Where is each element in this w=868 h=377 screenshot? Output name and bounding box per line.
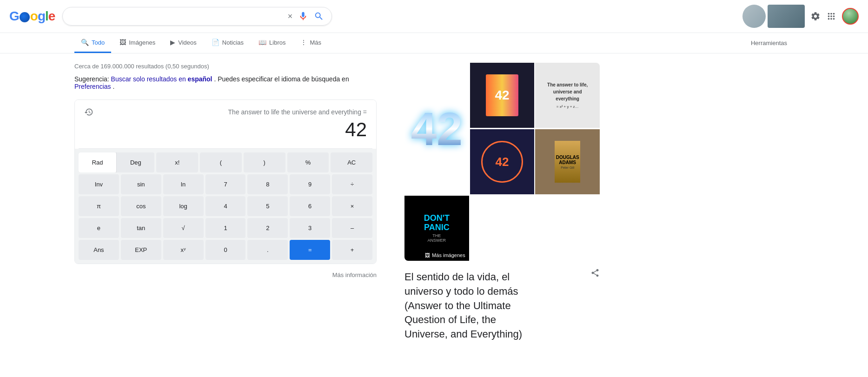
more-info[interactable]: Más información <box>74 271 377 278</box>
equals-button[interactable]: = <box>290 240 330 260</box>
ans-button[interactable]: Ans <box>79 240 119 260</box>
apps-button[interactable] <box>826 11 836 21</box>
suggestion-bold-link[interactable]: español <box>188 75 212 83</box>
nav-imagenes[interactable]: 🖼 Imágenes <box>113 33 162 53</box>
one-button[interactable]: 1 <box>205 218 246 238</box>
seven-button[interactable]: 7 <box>205 174 246 194</box>
left-column: Cerca de 169.000.000 resultados (0,50 se… <box>74 63 377 342</box>
divide-button[interactable]: ÷ <box>332 174 372 194</box>
knowledge-title-row: El sentido de la vida, el universo y tod… <box>404 266 600 342</box>
subtract-button[interactable]: – <box>332 218 372 238</box>
nav-libros[interactable]: 📖 Libros <box>252 33 292 53</box>
rad-deg-group: Rad Deg <box>79 152 154 172</box>
noticias-icon: 📄 <box>212 39 219 46</box>
suggestion-text: Sugerencia: Buscar solo resultados en es… <box>74 75 377 90</box>
pi-button[interactable]: π <box>79 196 119 216</box>
ac-button[interactable]: AC <box>331 152 372 172</box>
exp-button[interactable]: EXP <box>121 240 161 260</box>
img-cell-42-blue[interactable]: 42 <box>404 63 469 195</box>
calc-row-5: Ans EXP xʸ 0 . = + <box>79 240 372 260</box>
preview-thumb-2 <box>768 5 805 28</box>
img-cell-circle[interactable]: 42 <box>470 129 535 194</box>
factorial-button[interactable]: x! <box>156 152 198 172</box>
sin-button[interactable]: sin <box>121 174 161 194</box>
three-button[interactable]: 3 <box>290 218 330 238</box>
two-button[interactable]: 2 <box>247 218 288 238</box>
calc-row-4: e tan √ 1 2 3 – <box>79 218 372 238</box>
calc-buttons: Rad Deg x! ( ) % AC Inv sin ln 7 8 <box>75 149 376 264</box>
four-button[interactable]: 4 <box>205 196 246 216</box>
nav-tools[interactable]: Herramientas <box>744 34 794 52</box>
globe-icon <box>20 12 30 22</box>
calc-display: The answer to life the universe and ever… <box>75 100 376 148</box>
google-logo: Gogle <box>9 9 55 24</box>
zero-button[interactable]: 0 <box>205 240 246 260</box>
close-paren-button[interactable]: ) <box>244 152 285 172</box>
search-bar: answer to life the universe and everythi… <box>62 7 332 26</box>
main-content: Cerca de 169.000.000 resultados (0,50 se… <box>0 53 868 351</box>
nav-noticias[interactable]: 📄 Noticias <box>205 33 250 53</box>
nav-mas[interactable]: ⋮ Más <box>294 33 328 53</box>
rad-button[interactable]: Rad <box>79 152 116 172</box>
img-cell-book[interactable]: 42 <box>470 63 535 128</box>
image-preview-strip <box>742 5 805 28</box>
mic-button[interactable] <box>298 11 308 21</box>
img-cell-sign[interactable]: DOUGLASADAMS Peter Gill <box>535 129 600 194</box>
calculator: The answer to life the universe and ever… <box>74 99 377 264</box>
calc-result: 42 <box>84 119 367 141</box>
gear-icon <box>810 11 821 21</box>
search-submit-button[interactable] <box>314 11 324 21</box>
share-icon <box>590 268 600 278</box>
libros-icon: 📖 <box>258 39 266 46</box>
ln-button[interactable]: ln <box>163 174 204 194</box>
decimal-button[interactable]: . <box>247 240 288 260</box>
mic-icon <box>298 11 308 21</box>
videos-icon: ▶ <box>170 39 175 46</box>
inv-button[interactable]: Inv <box>79 174 119 194</box>
search-input[interactable]: answer to life the universe and everythi… <box>70 12 283 20</box>
mas-icon: ⋮ <box>300 39 307 46</box>
open-paren-button[interactable]: ( <box>200 152 242 172</box>
nav-todo[interactable]: 🔍 Todo <box>74 33 111 53</box>
imagenes-icon: 🖼 <box>119 39 126 46</box>
preview-thumb-1 <box>742 5 766 28</box>
img-cell-math[interactable]: The answer to life,universe andeverythin… <box>535 63 600 128</box>
suggestion-link1[interactable]: Buscar solo resultados en <box>111 75 186 83</box>
tan-button[interactable]: tan <box>121 218 161 238</box>
calc-expression: The answer to life the universe and ever… <box>93 108 367 116</box>
nav-videos[interactable]: ▶ Videos <box>164 33 203 53</box>
sqrt-button[interactable]: √ <box>163 218 204 238</box>
add-button[interactable]: + <box>332 240 372 260</box>
clear-button[interactable]: × <box>288 12 293 21</box>
calc-row-2: Inv sin ln 7 8 9 ÷ <box>79 174 372 194</box>
preferences-link[interactable]: Preferencias <box>74 83 111 90</box>
todo-icon: 🔍 <box>81 39 89 46</box>
header-right <box>742 5 859 28</box>
six-button[interactable]: 6 <box>290 196 330 216</box>
log-button[interactable]: log <box>163 196 204 216</box>
avatar[interactable] <box>842 8 859 25</box>
img-cell-dont-panic[interactable]: DON'TPANIC THEANSWER 🖼 Más imágenes <box>404 196 469 261</box>
share-button[interactable] <box>590 268 600 278</box>
right-column: 42 42 The answer to life,universe andeve… <box>404 63 600 342</box>
multiply-button[interactable]: × <box>332 196 372 216</box>
deg-button[interactable]: Deg <box>117 152 154 172</box>
percent-button[interactable]: % <box>287 152 329 172</box>
settings-button[interactable] <box>810 11 821 21</box>
power-button[interactable]: xʸ <box>163 240 204 260</box>
calc-row-1: Rad Deg x! ( ) % AC <box>79 152 372 172</box>
results-info: Cerca de 169.000.000 resultados (0,50 se… <box>74 63 377 70</box>
knowledge-title: El sentido de la vida, el universo y tod… <box>404 270 522 342</box>
nav-bar: 🔍 Todo 🖼 Imágenes ▶ Videos 📄 Noticias 📖 … <box>0 33 868 53</box>
header: Gogle answer to life the universe and ev… <box>0 0 868 33</box>
more-images-button[interactable]: 🖼 Más imágenes <box>421 250 469 261</box>
five-button[interactable]: 5 <box>247 196 288 216</box>
eight-button[interactable]: 8 <box>247 174 288 194</box>
nine-button[interactable]: 9 <box>290 174 330 194</box>
euler-button[interactable]: e <box>79 218 119 238</box>
cos-button[interactable]: cos <box>121 196 161 216</box>
history-icon <box>84 107 93 117</box>
calc-row-3: π cos log 4 5 6 × <box>79 196 372 216</box>
search-icon <box>314 11 324 21</box>
calc-history-button[interactable] <box>84 107 93 117</box>
